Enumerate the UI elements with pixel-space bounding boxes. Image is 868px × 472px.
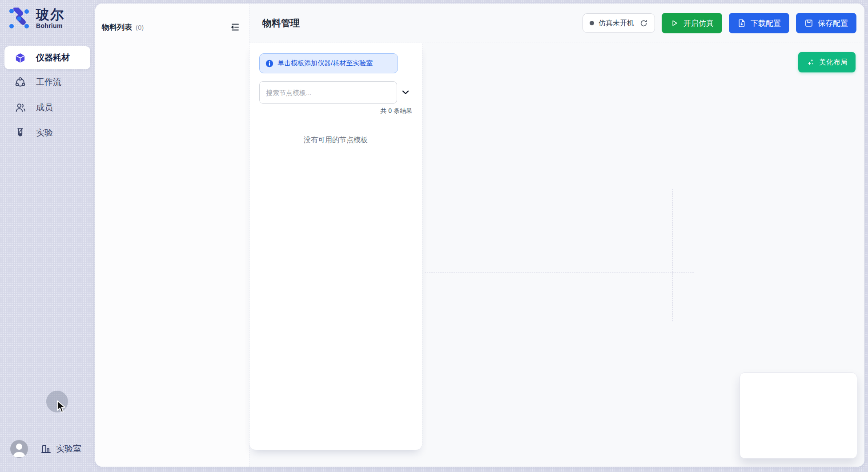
simulation-status-label: 仿真未开机 (599, 19, 634, 28)
sidebar-item-label: 实验 (36, 127, 53, 139)
sidebar-item-instruments[interactable]: 仪器耗材 (4, 46, 90, 69)
brand-text: 玻尔 Bohrium (36, 8, 64, 29)
result-count: 共 0 条结果 (380, 107, 412, 115)
canvas[interactable]: 美化布局 单击模板添加仪器/耗材至实验室 共 0 条结果 没有可用的节点模板 (249, 43, 864, 467)
workflow-icon (15, 77, 26, 88)
collapse-panel-icon[interactable] (229, 21, 241, 33)
node-template-panel: 单击模板添加仪器/耗材至实验室 共 0 条结果 没有可用的节点模板 (249, 43, 422, 450)
minimap[interactable] (739, 372, 857, 459)
info-icon (265, 60, 273, 68)
sidebar-footer: 实验室 (0, 440, 95, 460)
download-config-button[interactable]: 下载配置 (729, 13, 789, 33)
beautify-layout-label: 美化布局 (819, 58, 848, 67)
test-tube-icon (15, 128, 26, 139)
template-hint-banner[interactable]: 单击模板添加仪器/耗材至实验室 (259, 53, 398, 73)
start-simulation-button[interactable]: 开启仿真 (662, 13, 722, 33)
page-title: 物料管理 (262, 17, 300, 29)
topbar-actions: 仿真未开机 开启仿真 (583, 13, 856, 33)
canvas-guide-horizontal (425, 272, 694, 273)
sidebar: 玻尔 Bohrium 仪器耗材 工作流 (0, 0, 95, 472)
brand-logo: 玻尔 Bohrium (8, 8, 64, 30)
canvas-guide-vertical (672, 189, 673, 321)
sidebar-item-label: 仪器耗材 (36, 52, 70, 64)
start-simulation-label: 开启仿真 (683, 18, 714, 28)
cube-icon (15, 52, 26, 64)
template-hint-text: 单击模板添加仪器/耗材至实验室 (277, 59, 373, 68)
lab-link[interactable]: 实验室 (40, 443, 81, 455)
sidebar-item-label: 工作流 (36, 76, 61, 88)
brand-name: 玻尔 (36, 8, 64, 21)
workspace: 物料管理 仿真未开机 开启仿真 (249, 4, 864, 467)
sidebar-item-workflow[interactable]: 工作流 (0, 70, 95, 95)
save-config-button[interactable]: 保存配置 (796, 13, 856, 33)
sidebar-nav: 仪器耗材 工作流 成员 (0, 46, 95, 145)
topbar: 物料管理 仿真未开机 开启仿真 (249, 4, 864, 43)
play-icon (670, 19, 679, 28)
materials-list-count: (0) (136, 24, 144, 31)
status-dot-icon (590, 21, 594, 25)
sidebar-item-experiment[interactable]: 实验 (0, 120, 95, 145)
beautify-layout-button[interactable]: 美化布局 (798, 52, 856, 72)
save-icon (804, 19, 813, 28)
brand-subtitle: Bohrium (36, 22, 64, 29)
save-config-label: 保存配置 (818, 18, 848, 28)
main-card: 物料列表 (0) 物料管理 仿真未开机 (95, 4, 864, 467)
refresh-icon[interactable] (639, 19, 648, 28)
empty-templates-text: 没有可用的节点模板 (249, 136, 422, 145)
simulation-status-pill[interactable]: 仿真未开机 (583, 13, 655, 33)
materials-list-panel: 物料列表 (0) (95, 4, 249, 467)
file-download-icon (737, 19, 746, 28)
building-icon (40, 443, 52, 455)
sidebar-item-members[interactable]: 成员 (0, 95, 95, 120)
members-icon (15, 102, 26, 113)
mouse-cursor (56, 400, 68, 414)
user-avatar[interactable] (10, 440, 28, 458)
sparkles-icon (806, 58, 815, 67)
chevron-down-icon[interactable] (401, 88, 410, 97)
template-search-input[interactable] (259, 81, 397, 104)
sidebar-item-label: 成员 (36, 102, 53, 113)
materials-list-title: 物料列表 (102, 22, 132, 32)
download-config-label: 下载配置 (751, 18, 781, 28)
lab-label: 实验室 (56, 443, 81, 455)
bohrium-logo-icon (8, 8, 30, 30)
materials-list-header: 物料列表 (0) (95, 4, 249, 33)
avatar-person-icon (10, 440, 28, 458)
